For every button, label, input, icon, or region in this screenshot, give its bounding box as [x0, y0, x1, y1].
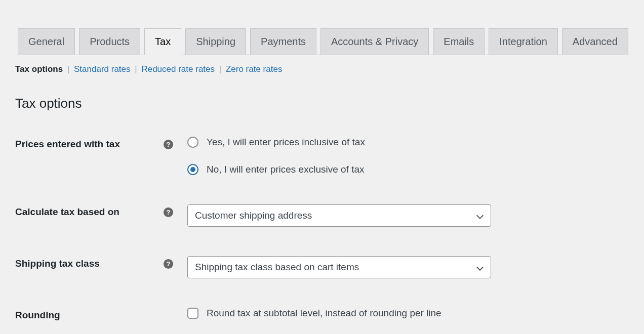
separator: |	[67, 64, 69, 74]
checkbox-icon	[187, 308, 198, 319]
help-icon[interactable]: ?	[164, 259, 173, 269]
tab-advanced[interactable]: Advanced	[562, 28, 628, 55]
radio-option-yes-inclusive[interactable]: Yes, I will enter prices inclusive of ta…	[187, 137, 629, 148]
select-calculate-tax-based-on[interactable]: Customer shipping address	[187, 204, 491, 227]
section-title: Tax options	[15, 96, 629, 111]
tab-general[interactable]: General	[18, 28, 75, 55]
select-value: Shipping tax class based on cart items	[195, 262, 359, 273]
tab-accounts-privacy[interactable]: Accounts & Privacy	[320, 28, 429, 55]
radio-label: Yes, I will enter prices inclusive of ta…	[207, 137, 365, 148]
radio-option-no-exclusive[interactable]: No, I will enter prices exclusive of tax	[187, 164, 629, 175]
label-shipping-tax-class: Shipping tax class	[15, 258, 158, 269]
radio-group-prices-with-tax: Yes, I will enter prices inclusive of ta…	[187, 137, 629, 175]
subtab-zero-rate-rates[interactable]: Zero rate rates	[226, 64, 283, 74]
radio-icon	[187, 137, 198, 148]
label-prices-entered-with-tax: Prices entered with tax	[15, 139, 158, 150]
secondary-subtabs: Tax options | Standard rates | Reduced r…	[15, 64, 629, 74]
help-icon[interactable]: ?	[164, 207, 173, 217]
radio-icon	[187, 164, 198, 175]
subtab-tax-options[interactable]: Tax options	[15, 64, 63, 74]
chevron-down-icon	[476, 212, 484, 219]
label-rounding: Rounding	[15, 310, 173, 321]
chevron-down-icon	[476, 264, 484, 271]
tab-payments[interactable]: Payments	[250, 28, 316, 55]
subtab-standard-rates[interactable]: Standard rates	[74, 64, 131, 74]
radio-label: No, I will enter prices exclusive of tax	[207, 164, 365, 175]
select-shipping-tax-class[interactable]: Shipping tax class based on cart items	[187, 256, 491, 278]
separator: |	[135, 64, 137, 74]
tab-products[interactable]: Products	[79, 28, 140, 55]
label-calculate-tax-based-on: Calculate tax based on	[15, 206, 158, 218]
tab-emails[interactable]: Emails	[433, 28, 485, 55]
primary-tabs: General Products Tax Shipping Payments A…	[18, 0, 629, 55]
subtab-reduced-rate-rates[interactable]: Reduced rate rates	[141, 64, 215, 74]
select-value: Customer shipping address	[195, 210, 312, 221]
separator: |	[219, 64, 221, 74]
tab-integration[interactable]: Integration	[489, 28, 558, 55]
tab-shipping[interactable]: Shipping	[185, 28, 246, 55]
checkbox-label: Round tax at subtotal level, instead of …	[207, 308, 441, 319]
checkbox-rounding[interactable]: Round tax at subtotal level, instead of …	[187, 308, 629, 319]
tab-tax[interactable]: Tax	[144, 28, 181, 55]
help-icon[interactable]: ?	[164, 140, 173, 149]
